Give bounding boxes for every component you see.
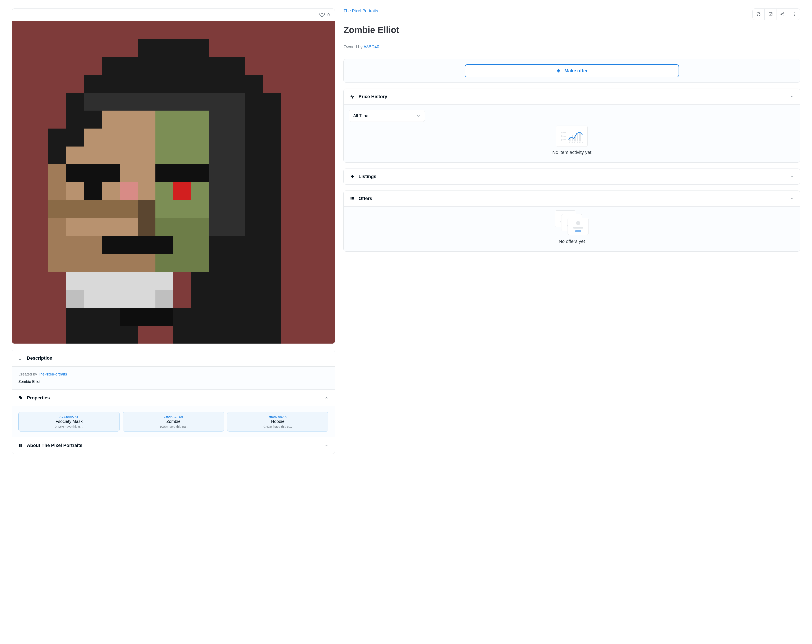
creator-link[interactable]: ThePixelPortraits — [38, 372, 67, 376]
open-original-button[interactable] — [765, 9, 776, 20]
svg-rect-37 — [19, 358, 23, 359]
svg-rect-36 — [19, 357, 23, 357]
price-history-empty-caption: No item activity yet — [553, 150, 591, 155]
svg-point-64 — [579, 142, 580, 143]
svg-rect-8 — [191, 272, 281, 308]
about-header[interactable]: About The Pixel Portraits — [12, 437, 335, 454]
svg-rect-7 — [209, 236, 281, 272]
svg-rect-27 — [156, 290, 173, 308]
refresh-button[interactable] — [752, 9, 765, 20]
svg-rect-24 — [66, 272, 173, 290]
svg-rect-66 — [351, 197, 351, 198]
list-icon — [350, 196, 355, 201]
svg-rect-29 — [156, 164, 209, 182]
property-card[interactable]: HEADWEARHoodie0.42% have this tr… — [227, 412, 328, 432]
svg-point-60 — [569, 142, 570, 143]
owned-by-label: Owned by — [343, 44, 363, 49]
item-title: Zombie Elliot — [343, 25, 800, 35]
svg-point-63 — [577, 142, 578, 143]
svg-rect-71 — [352, 200, 354, 200]
svg-rect-28 — [66, 164, 119, 182]
properties-header[interactable]: Properties — [12, 389, 335, 406]
created-by-prefix: Created by — [18, 372, 38, 376]
svg-rect-3 — [84, 75, 263, 93]
property-value: Hoodie — [229, 419, 327, 424]
description-body: Created by ThePixelPortraits Zombie Elli… — [12, 366, 335, 389]
time-range-select[interactable]: All Time — [349, 110, 425, 122]
description-title: Description — [27, 356, 52, 361]
tag-icon — [18, 395, 23, 400]
price-history-empty-state: No item activity yet — [343, 122, 800, 162]
top-row: The Pixel Portraits — [343, 8, 800, 20]
offer-tag-icon — [556, 68, 561, 73]
offers-section: Offers No offers yet — [343, 191, 800, 252]
price-history-section: Price History All Time — [343, 89, 800, 163]
svg-rect-17 — [84, 128, 156, 147]
property-rarity: 0.42% have this tr… — [229, 425, 327, 428]
nft-image[interactable] — [12, 21, 335, 343]
svg-rect-2 — [102, 57, 245, 75]
svg-point-49 — [561, 132, 562, 133]
svg-point-51 — [561, 139, 562, 140]
property-type: CHARACTER — [125, 415, 222, 418]
listings-header[interactable]: Listings — [343, 169, 800, 185]
created-by-line: Created by ThePixelPortraits — [18, 372, 328, 377]
property-rarity: 100% have this trait — [125, 425, 222, 428]
chevron-up-icon — [790, 95, 794, 99]
price-history-body: All Time No item activity yet — [343, 104, 800, 162]
owned-by-row: Owned by A8BD40 — [343, 44, 800, 49]
more-button[interactable] — [788, 9, 800, 20]
svg-rect-58 — [577, 134, 578, 142]
property-card[interactable]: CHARACTERZombie100% have this trait — [123, 412, 224, 432]
price-history-header[interactable]: Price History — [343, 89, 800, 104]
chevron-up-icon — [325, 396, 328, 400]
chevron-down-icon — [790, 175, 794, 179]
offers-body: No offers yet — [343, 206, 800, 251]
svg-rect-32 — [138, 200, 156, 236]
share-button[interactable] — [776, 9, 788, 20]
owner-link[interactable]: A8BD40 — [363, 44, 379, 49]
property-type: ACCESSORY — [20, 415, 118, 418]
listings-section: Listings — [343, 168, 800, 185]
chevron-down-icon — [417, 114, 420, 118]
property-card[interactable]: ACCESSORYFsociety Mask0.42% have this tr… — [18, 412, 120, 432]
chevron-down-icon — [325, 444, 328, 447]
svg-rect-39 — [19, 444, 20, 447]
about-icon — [18, 443, 23, 448]
svg-rect-35 — [120, 308, 173, 326]
favorites-count: 0 — [327, 12, 330, 17]
listings-title: Listings — [359, 174, 376, 179]
svg-rect-69 — [352, 198, 354, 199]
property-rarity: 0.42% have this tr… — [20, 425, 118, 428]
property-type: HEADWEAR — [229, 415, 327, 418]
offers-header[interactable]: Offers — [343, 191, 800, 206]
svg-rect-59 — [579, 133, 581, 142]
svg-point-61 — [572, 142, 573, 143]
properties-title: Properties — [27, 395, 50, 401]
svg-point-47 — [794, 14, 795, 15]
activity-icon — [350, 94, 355, 99]
svg-rect-34 — [120, 182, 138, 200]
svg-rect-25 — [84, 290, 156, 308]
svg-rect-67 — [352, 197, 354, 198]
meta-card: Description Created by ThePixelPortraits… — [12, 350, 335, 454]
svg-rect-9 — [173, 308, 281, 344]
description-header[interactable]: Description — [12, 350, 335, 366]
property-value: Zombie — [125, 419, 222, 424]
collection-link[interactable]: The Pixel Portraits — [343, 8, 378, 13]
svg-rect-13 — [84, 93, 245, 111]
svg-point-50 — [561, 135, 562, 137]
svg-point-48 — [794, 15, 795, 16]
properties-body: ACCESSORYFsociety Mask0.42% have this tr… — [12, 406, 335, 437]
chevron-up-icon — [790, 197, 794, 200]
svg-rect-53 — [563, 136, 566, 137]
offers-empty-state: No offers yet — [343, 206, 800, 251]
svg-rect-52 — [563, 132, 566, 133]
svg-rect-26 — [66, 290, 84, 308]
heart-icon[interactable] — [319, 12, 325, 18]
svg-point-65 — [582, 142, 583, 143]
make-offer-button[interactable]: Make offer — [465, 64, 679, 77]
property-value: Fsociety Mask — [20, 419, 118, 424]
price-history-title: Price History — [359, 94, 387, 99]
listings-tag-icon — [350, 174, 355, 179]
